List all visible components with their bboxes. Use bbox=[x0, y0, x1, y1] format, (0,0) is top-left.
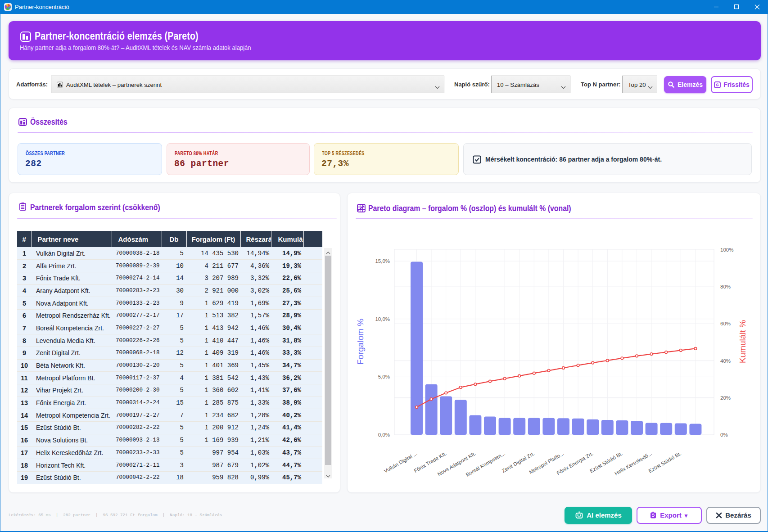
svg-text:80%: 80% bbox=[720, 284, 731, 289]
svg-text:0%: 0% bbox=[720, 432, 728, 437]
svg-text:5,0%: 5,0% bbox=[378, 374, 390, 379]
svg-text:20%: 20% bbox=[720, 395, 731, 401]
svg-text:Kumulált %: Kumulált % bbox=[738, 320, 747, 363]
svg-text:0,0%: 0,0% bbox=[378, 432, 390, 437]
svg-text:Vulkán Digital ...: Vulkán Digital ... bbox=[383, 451, 418, 474]
svg-text:60%: 60% bbox=[720, 321, 731, 326]
svg-text:15,0%: 15,0% bbox=[375, 258, 390, 264]
svg-text:40%: 40% bbox=[720, 358, 731, 364]
svg-text:10,0%: 10,0% bbox=[375, 316, 390, 322]
svg-text:Forgalom %: Forgalom % bbox=[356, 319, 365, 365]
svg-text:100%: 100% bbox=[720, 247, 733, 252]
svg-text:Ezüst Stúdió Bt.: Ezüst Stúdió Bt. bbox=[647, 451, 682, 473]
